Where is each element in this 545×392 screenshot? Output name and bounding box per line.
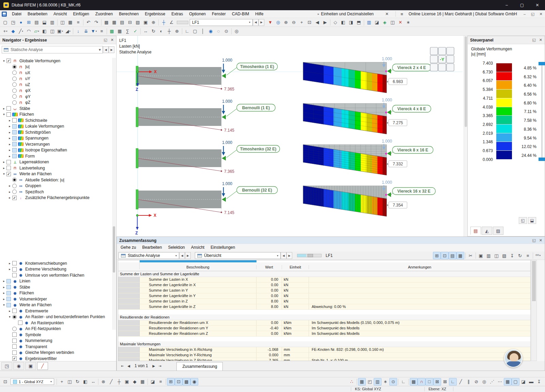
tree-item[interactable]: ▸xxGruppen: [1, 183, 112, 189]
expand-icon[interactable]: ▸: [7, 143, 12, 146]
checkbox-checked[interactable]: ✓: [6, 59, 11, 63]
radio-button[interactable]: [12, 77, 17, 81]
filter-table-icon[interactable]: ▧: [134, 19, 142, 26]
expand-icon[interactable]: ▸: [1, 107, 6, 110]
perpendicular-snap-icon[interactable]: ∟: [449, 378, 457, 386]
table-view-icon[interactable]: ▣: [477, 252, 485, 259]
nodal-load-icon[interactable]: ↓: [74, 28, 82, 35]
table-row[interactable]: Summe der Lagerkräfte in Z8.00kNAbweichu…: [118, 304, 530, 310]
collapse-icon[interactable]: ▾: [1, 303, 6, 307]
checkbox-partial[interactable]: [6, 297, 11, 301]
menu-cad-bim[interactable]: CAD-BIM: [229, 10, 252, 18]
summary-view-selector[interactable]: Übersicht ▾: [195, 252, 281, 259]
expand-icon[interactable]: ▸: [7, 119, 12, 122]
tab-factors-icon[interactable]: ◭: [482, 227, 492, 235]
grid-show-icon[interactable]: ▥: [374, 378, 382, 386]
checkbox[interactable]: [6, 106, 11, 111]
expand-icon[interactable]: ▸: [7, 262, 12, 265]
coordinate-system-selector[interactable]: 1 - Global XYZ ▾: [11, 378, 54, 385]
expand-icon[interactable]: ▸: [1, 297, 6, 301]
maximize-button[interactable]: ▢: [514, 0, 530, 10]
checkbox-partial[interactable]: [6, 303, 11, 307]
expand-icon[interactable]: ▸: [1, 160, 6, 164]
steuerpanel-float-icon[interactable]: ◱: [532, 38, 535, 42]
line-snap-icon[interactable]: ╱: [457, 378, 465, 386]
work-plane-grid-icon[interactable]: ▦: [504, 378, 512, 386]
checkbox-partial[interactable]: [12, 136, 17, 141]
save-icon[interactable]: ⬓: [41, 19, 48, 26]
checkbox-checked[interactable]: ✓: [12, 196, 17, 200]
load-case-selector[interactable]: LF1 ▾: [190, 19, 253, 26]
column-header[interactable]: Anmerkungen: [309, 265, 530, 269]
panel-save-icon[interactable]: ⬓: [528, 217, 536, 224]
steuerpanel-close-icon[interactable]: ✕: [539, 38, 542, 42]
collapse-icon[interactable]: ▾: [7, 315, 12, 318]
ratio-snap-icon[interactable]: ⋰: [488, 378, 496, 386]
divide-icon[interactable]: ┼: [165, 28, 173, 35]
select-window-icon[interactable]: ⊡: [175, 378, 183, 386]
summary-close-icon[interactable]: ✕: [539, 238, 542, 243]
expand-icon[interactable]: ▸: [7, 184, 12, 187]
checkbox-partial[interactable]: [12, 124, 17, 129]
table-row[interactable]: Summe der Lagerkräfte in Y0.00kN: [118, 293, 530, 299]
zoom-window-icon[interactable]: ⊡: [306, 19, 313, 26]
tree-item[interactable]: ▸Lokale Verformungen: [1, 124, 112, 130]
collapse-icon[interactable]: ▾: [1, 113, 6, 116]
magnet-icon[interactable]: ∩: [418, 378, 425, 386]
next-view-icon[interactable]: ▶: [321, 19, 329, 26]
tree-item[interactable]: ▸◡Stäbe: [1, 105, 112, 112]
tree-item[interactable]: ⊓uX: [1, 70, 112, 76]
table-row[interactable]: Summe der Lasten in Y0.00kN: [118, 288, 530, 293]
checkbox[interactable]: [6, 112, 11, 117]
new-support-icon[interactable]: ◢▾: [64, 28, 72, 35]
grid-icon[interactable]: ▦: [358, 378, 366, 386]
model-viewport[interactable]: LF1 Lasten [kN] Statische Analyse 7.3651…: [116, 36, 467, 236]
checkbox-partial[interactable]: [6, 291, 11, 295]
result-diagram-tab-icon[interactable]: ╱: [37, 362, 48, 370]
navigator-close-icon[interactable]: ✕: [111, 38, 114, 42]
tab-filter-icon[interactable]: ▨: [493, 227, 503, 235]
snap-points-icon[interactable]: ∴: [348, 378, 356, 386]
array-icon[interactable]: ▦: [139, 378, 146, 386]
radio-button[interactable]: [12, 94, 17, 99]
mirror-icon[interactable]: ◐: [157, 28, 165, 35]
tree-item[interactable]: ▸Form: [1, 153, 112, 159]
new-line-icon[interactable]: ╱▾: [17, 28, 25, 35]
radio-selected[interactable]: [12, 65, 17, 69]
table-settings-icon[interactable]: ▣: [142, 19, 150, 26]
endpoint-snap-icon[interactable]: □: [425, 378, 433, 386]
table-manager-icon[interactable]: ▦: [110, 19, 118, 26]
first-page-icon[interactable]: ⇤: [120, 364, 126, 368]
select-all-icon[interactable]: ⊞: [167, 378, 175, 386]
rotate-icon[interactable]: ↻: [150, 28, 157, 35]
navigator-float-icon[interactable]: ◱: [104, 38, 107, 42]
next-page-icon[interactable]: ▶: [151, 364, 157, 368]
menu-einf-gen[interactable]: Einfügen: [70, 10, 92, 18]
tree-item[interactable]: ◉Gleiche Mengen verbinden: [1, 350, 112, 356]
row-filter-icon[interactable]: ▧: [500, 252, 508, 259]
expand-icon[interactable]: ▸: [7, 148, 12, 152]
expand-icon[interactable]: ▸: [7, 190, 12, 194]
result-table-icon[interactable]: ▩: [103, 19, 110, 26]
tree-item[interactable]: ▸◉Extreme Verschiebung: [1, 266, 112, 273]
connect-icon[interactable]: ⊕: [173, 28, 181, 35]
model-data-icon[interactable]: ⊞: [25, 19, 33, 26]
new-opening-icon[interactable]: ◧: [41, 28, 48, 35]
help-search-icon[interactable]: ◎: [233, 28, 240, 35]
tree-item[interactable]: ▸Verzerrungen: [1, 141, 112, 147]
checkbox[interactable]: [12, 309, 17, 313]
checkbox[interactable]: [12, 118, 17, 122]
menu-datei[interactable]: Datei: [9, 10, 25, 18]
open-file-icon[interactable]: ◳: [9, 19, 17, 26]
collapse-icon[interactable]: ▾: [1, 59, 6, 63]
dlubal-tools-icon[interactable]: ●: [17, 19, 25, 26]
last-page-icon[interactable]: ⇥: [157, 364, 163, 368]
redo-icon[interactable]: ↷: [92, 19, 100, 26]
fe-mesh-icon[interactable]: ▩: [108, 28, 116, 35]
select-line-icon[interactable]: ▩: [183, 378, 190, 386]
table-row[interactable]: Summe der Lagerkräfte in X0.00kN: [118, 282, 530, 288]
tab-color-scale-icon[interactable]: ▤: [470, 227, 481, 235]
previous-view-icon[interactable]: ◀: [313, 19, 321, 26]
expand-icon[interactable]: ▸: [7, 125, 12, 128]
checkbox-partial[interactable]: [12, 148, 17, 152]
